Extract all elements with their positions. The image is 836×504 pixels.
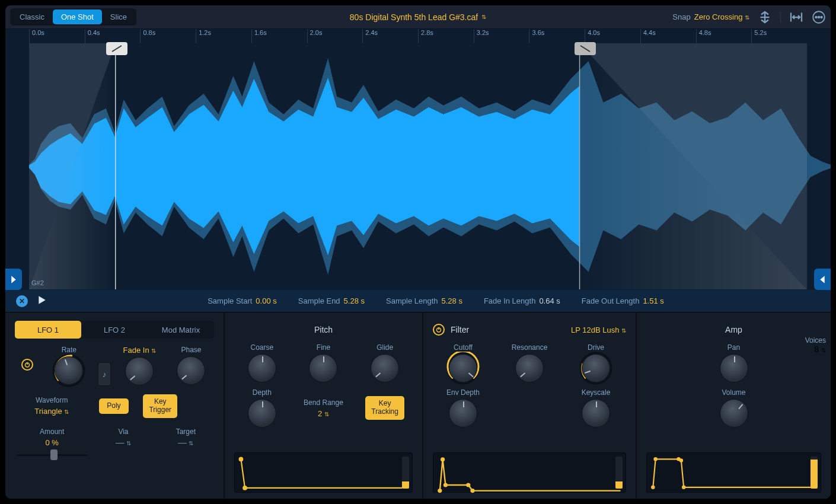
- more-menu-icon[interactable]: [812, 10, 826, 24]
- info-label: Sample Start: [208, 296, 252, 305]
- phase-knob[interactable]: [177, 356, 205, 385]
- via-select[interactable]: –– ⇅: [116, 438, 131, 447]
- pitch-depth-knob[interactable]: [248, 399, 276, 428]
- pitch-title: Pitch: [314, 325, 333, 334]
- poly-button[interactable]: Poly: [99, 398, 129, 414]
- rate-knob[interactable]: [55, 356, 83, 385]
- coarse-knob[interactable]: [248, 354, 276, 382]
- svg-point-2: [818, 16, 820, 18]
- tick: 3.6s: [529, 29, 585, 43]
- info-label: Sample Length: [386, 296, 438, 305]
- tick: 1.6s: [251, 29, 307, 43]
- filter-panel: Filter LP 12dB Lush ⇅ Cutoff Resonance D…: [423, 312, 637, 499]
- voices-label: Voices: [805, 336, 826, 344]
- tab-one-shot[interactable]: One Shot: [53, 9, 102, 24]
- fade-in-handle[interactable]: [106, 42, 127, 55]
- pitch-envelope[interactable]: [234, 452, 413, 493]
- play-button[interactable]: [37, 295, 47, 307]
- filter-type-select[interactable]: LP 12dB Lush ⇅: [571, 326, 626, 334]
- cancel-button[interactable]: ✕: [16, 295, 28, 307]
- lfo-panel: LFO 1 LFO 2 Mod Matrix Rate: [5, 312, 225, 499]
- pan-knob[interactable]: [720, 354, 748, 382]
- filter-power-button[interactable]: [433, 324, 445, 336]
- mod-tabs: LFO 1 LFO 2 Mod Matrix: [15, 321, 214, 339]
- tick: 2.8s: [418, 29, 474, 43]
- key-trigger-button[interactable]: Key Trigger: [143, 394, 177, 418]
- horizontal-fit-icon[interactable]: [789, 10, 803, 24]
- tick: 0.4s: [85, 29, 141, 43]
- key-tracking-button[interactable]: Key Tracking: [365, 396, 404, 420]
- tab-slice[interactable]: Slice: [102, 9, 135, 24]
- phase-label: Phase: [181, 346, 201, 354]
- target-select[interactable]: –– ⇅: [178, 438, 193, 447]
- svg-point-21: [466, 483, 470, 487]
- cutoff-label: Cutoff: [454, 343, 473, 352]
- lfo-power-button[interactable]: [21, 359, 33, 371]
- svg-point-1: [815, 16, 817, 18]
- sample-end-value[interactable]: 5.28 s: [344, 296, 365, 305]
- vertical-zoom-icon[interactable]: [758, 10, 772, 24]
- fade-out-value[interactable]: 1.51 s: [643, 296, 663, 305]
- fine-knob[interactable]: [309, 354, 337, 382]
- sample-start-flag[interactable]: [5, 269, 22, 290]
- keyscale-label: Keyscale: [582, 388, 611, 397]
- bend-range-value[interactable]: 2 ⇅: [318, 409, 329, 418]
- amp-envelope[interactable]: [646, 452, 821, 493]
- fade-in-value[interactable]: 0.64 s: [539, 296, 560, 305]
- svg-point-13: [239, 457, 244, 462]
- bend-range-label: Bend Range: [304, 398, 343, 407]
- tick: 4.4s: [640, 29, 696, 43]
- file-select[interactable]: 80s Digital Synth 5th Lead G#3.caf ⇅: [350, 12, 486, 22]
- amount-value[interactable]: 0 %: [45, 438, 58, 447]
- info-label: Fade In Length: [484, 296, 535, 305]
- tick: 1.2s: [196, 29, 251, 43]
- via-label: Via: [118, 428, 128, 436]
- svg-point-22: [470, 489, 474, 493]
- glide-label: Glide: [376, 343, 393, 352]
- pitch-panel: Pitch Coarse Fine Glide Depth Bend Range…: [225, 312, 423, 499]
- env-depth-label: Env Depth: [446, 388, 480, 397]
- chevrons-icon: ⇅: [745, 14, 749, 21]
- snap-value[interactable]: Zero Crossing: [694, 12, 743, 21]
- snap-label: Snap: [672, 12, 690, 21]
- sample-length-value[interactable]: 5.28 s: [441, 296, 462, 305]
- time-ruler[interactable]: 0.0s 0.4s 0.8s 1.2s 1.6s 2.0s 2.4s 2.8s …: [29, 29, 807, 43]
- filter-envelope[interactable]: [433, 452, 626, 493]
- sample-start-value[interactable]: 0.00 s: [256, 296, 276, 305]
- depth-label: Depth: [253, 388, 272, 397]
- info-label: Fade Out Length: [582, 296, 640, 305]
- chevrons-icon: ⇅: [481, 14, 486, 20]
- amp-panel: Amp Voices 8 ⇅ Pan Volume: [637, 312, 831, 499]
- waveform-select[interactable]: Triangle ⇅: [34, 407, 69, 416]
- fade-out-handle[interactable]: [575, 42, 596, 55]
- tab-lfo2[interactable]: LFO 2: [81, 321, 148, 339]
- fade-knob[interactable]: [125, 357, 154, 385]
- envelope-level-meter: [615, 457, 623, 489]
- sample-end-flag[interactable]: [814, 269, 831, 290]
- env-depth-knob[interactable]: [449, 399, 477, 428]
- fade-mode-select[interactable]: Fade In ⇅: [123, 346, 157, 355]
- amp-title: Amp: [725, 325, 742, 334]
- sampler-editor: Classic One Shot Slice 80s Digital Synth…: [5, 5, 831, 499]
- waveform-display[interactable]: 0.0s 0.4s 0.8s 1.2s 1.6s 2.0s 2.4s 2.8s …: [5, 29, 831, 290]
- top-right: Snap Zero Crossing ⇅: [672, 10, 826, 24]
- keyscale-knob[interactable]: [582, 399, 610, 428]
- volume-knob[interactable]: [720, 399, 748, 428]
- tick: 2.0s: [307, 29, 363, 43]
- tab-lfo1[interactable]: LFO 1: [15, 321, 81, 339]
- voices-control[interactable]: Voices 8 ⇅: [805, 336, 826, 354]
- svg-point-26: [679, 458, 683, 462]
- resonance-knob[interactable]: [515, 354, 544, 382]
- svg-point-27: [682, 486, 685, 489]
- glide-knob[interactable]: [371, 354, 399, 382]
- drive-knob[interactable]: [582, 354, 610, 382]
- tab-mod-matrix[interactable]: Mod Matrix: [148, 321, 214, 339]
- voices-value[interactable]: 8: [814, 344, 819, 354]
- cutoff-knob[interactable]: [449, 354, 477, 382]
- sync-toggle[interactable]: ♪: [98, 362, 111, 386]
- fine-label: Fine: [317, 343, 330, 352]
- svg-point-14: [242, 486, 247, 490]
- target-label: Target: [176, 428, 196, 436]
- amount-slider[interactable]: [17, 449, 88, 460]
- tab-classic[interactable]: Classic: [11, 9, 53, 24]
